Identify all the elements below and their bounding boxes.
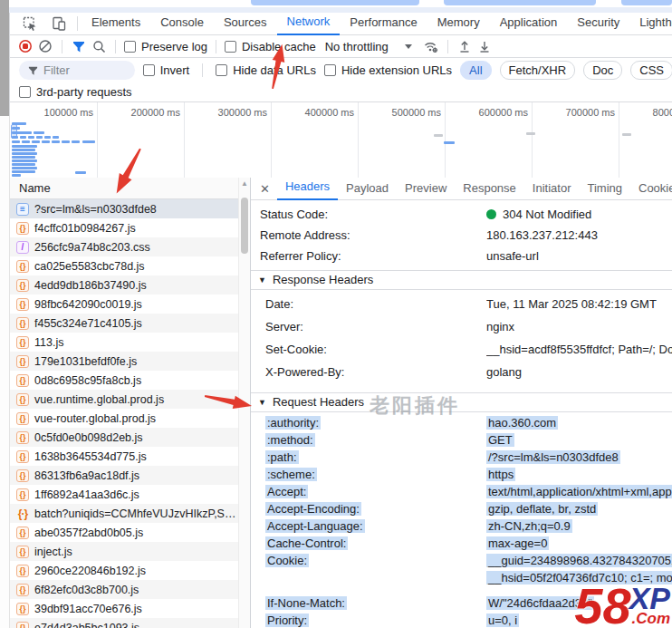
checkbox-box[interactable]: [225, 41, 236, 53]
request-name: vue.runtime.global.prod.js: [34, 393, 164, 406]
request-row[interactable]: ca025e5583cbc78d.js: [9, 256, 238, 275]
request-row[interactable]: inject.js: [9, 542, 238, 561]
checkbox-box[interactable]: [216, 64, 227, 76]
request-list-name-header[interactable]: Name: [9, 178, 238, 199]
network-conditions-icon[interactable]: [423, 38, 439, 54]
hide-extension-urls-checkbox[interactable]: Hide extension URLs: [324, 63, 452, 77]
devtools-tab[interactable]: Security: [567, 12, 629, 34]
request-row[interactable]: 86313fb6a9ac18df.js: [9, 466, 238, 485]
divider: [62, 40, 62, 53]
divider: [447, 40, 448, 53]
close-icon[interactable]: ✕: [260, 182, 270, 196]
third-party-checkbox[interactable]: 3rd-party requests: [19, 85, 132, 99]
checkbox-box[interactable]: [19, 86, 31, 98]
header-key-text: Priority:: [265, 614, 309, 627]
record-network-log-icon[interactable]: [17, 38, 34, 54]
request-row[interactable]: 6f82efc0d3c8b700.js: [9, 580, 238, 599]
devtools-tab[interactable]: Application: [490, 12, 568, 34]
request-row[interactable]: e7d4d3ab5bc1093.js: [9, 618, 238, 628]
request-headers-section-header[interactable]: ▼ Request Headers: [251, 392, 672, 412]
detail-tab[interactable]: Headers: [277, 178, 338, 200]
request-row[interactable]: 4edd9db186b37490.js: [9, 275, 238, 295]
network-overview-timeline[interactable]: 100000 ms200000 ms300000 ms400000 ms5000…: [10, 102, 672, 179]
devtools-tab[interactable]: Lighthouse: [629, 12, 672, 34]
header-value-text: gzip, deflate, br, zstd: [486, 502, 598, 516]
request-row[interactable]: 1ff6892a41aa3d6c.js: [9, 485, 238, 504]
request-row[interactable]: abe0357f2abd0b05.js: [9, 523, 238, 542]
request-type-filter-pill[interactable]: Doc: [583, 61, 622, 80]
timeline-gridline: [445, 102, 446, 179]
invert-label: Invert: [160, 63, 190, 77]
request-row[interactable]: vue.runtime.global.prod.js: [9, 390, 238, 409]
header-key-text: Accept-Encoding:: [265, 502, 361, 516]
detail-tab[interactable]: Payload: [338, 178, 397, 199]
inspect-element-icon[interactable]: [22, 15, 38, 32]
request-row[interactable]: 179e1031befdf0fe.js: [9, 352, 238, 371]
devtools-tab[interactable]: Console: [150, 12, 214, 34]
file-type-icon: [16, 488, 29, 501]
request-name: e7d4d3ab5bc1093.js: [34, 622, 139, 628]
overview-request-bar: [72, 140, 80, 143]
export-har-icon[interactable]: [476, 38, 493, 54]
clear-network-log-icon[interactable]: [37, 38, 53, 54]
request-type-filter-pill[interactable]: All: [460, 61, 491, 80]
file-type-icon: [16, 450, 29, 463]
request-row[interactable]: f455c324e71c4105.js: [9, 314, 238, 333]
disable-cache-checkbox[interactable]: Disable cache: [225, 40, 316, 53]
header-value-text: text/html,application/xhtml+xml,app: [486, 485, 672, 498]
request-row[interactable]: 39dbf91acc70e676.js: [9, 599, 238, 618]
request-row[interactable]: 113.js: [9, 333, 238, 352]
detail-tab[interactable]: Timing: [579, 178, 630, 199]
devtools-tab[interactable]: Memory: [427, 12, 490, 34]
request-list-scrollbar[interactable]: ▲: [238, 178, 250, 628]
overview-request-bar: [28, 136, 34, 139]
file-type-icon: [16, 622, 29, 628]
devtools-tab[interactable]: Network: [277, 12, 341, 35]
import-har-icon[interactable]: [456, 38, 473, 54]
scrollbar-up-icon[interactable]: ▲: [239, 178, 250, 189]
timeline-tick-label: 600000 ms: [446, 106, 528, 119]
detail-tab[interactable]: Initiator: [524, 178, 580, 199]
detail-tab[interactable]: Preview: [397, 178, 455, 199]
overview-request-bar: [12, 163, 35, 166]
device-toolbar-icon[interactable]: [51, 15, 67, 32]
checkbox-box[interactable]: [324, 64, 336, 76]
scrollbar-thumb[interactable]: [241, 198, 248, 254]
request-row[interactable]: vue-router.global.prod.js: [9, 409, 238, 428]
request-row[interactable]: 0d8c6958c95fa8cb.js: [9, 371, 238, 390]
overview-request-bar: [444, 141, 455, 144]
response-header-row: Set-Cookie: __hsid=acdf8f5535ffdfcf; Pat…: [251, 338, 672, 361]
request-row[interactable]: 2960ce220846b192.js: [9, 561, 238, 580]
detail-tab[interactable]: Cookies: [630, 178, 672, 199]
detail-tab[interactable]: Response: [455, 178, 524, 199]
overview-request-bar: [12, 140, 20, 143]
throttling-dropdown[interactable]: No throttling: [325, 40, 412, 53]
filter-input[interactable]: Filter: [19, 61, 135, 80]
header-key: If-None-Match:: [265, 594, 486, 612]
response-headers-section-header[interactable]: ▼ Response Headers: [251, 270, 672, 290]
file-type-icon: [16, 279, 29, 292]
hide-data-urls-checkbox[interactable]: Hide data URLs: [216, 63, 316, 77]
request-row[interactable]: 1638b3645534d775.js: [9, 447, 238, 466]
request-type-filter-pill[interactable]: Fetch/XHR: [500, 61, 576, 80]
preserve-log-checkbox[interactable]: Preserve log: [124, 40, 207, 53]
divider: [216, 40, 216, 53]
request-row[interactable]: batch?uniqids=CCMhfeVUJzvHIkzP,S…: [9, 504, 238, 523]
request-row[interactable]: 256cfc9a74b8c203.css: [9, 237, 238, 256]
request-row[interactable]: 0c5fd0e0b098d2eb.js: [9, 428, 238, 447]
devtools-tab[interactable]: Sources: [214, 12, 277, 34]
request-row[interactable]: ?src=lm&ls=n0303dfde8: [9, 199, 238, 218]
overview-request-bar: [12, 152, 37, 155]
devtools-tab[interactable]: Performance: [340, 12, 427, 34]
checkbox-box[interactable]: [124, 41, 136, 53]
header-key: Referrer Policy:: [260, 246, 486, 266]
checkbox-box[interactable]: [143, 64, 155, 76]
devtools-tab[interactable]: Elements: [82, 12, 150, 34]
file-type-icon: [16, 241, 29, 254]
request-row[interactable]: 98fbc642090c0019.js: [9, 295, 238, 314]
request-type-filter-pill[interactable]: CSS: [630, 61, 672, 80]
search-icon[interactable]: [91, 38, 107, 54]
request-row[interactable]: f4cffc01b0984267.js: [9, 218, 238, 237]
filter-icon[interactable]: [71, 38, 87, 54]
invert-checkbox[interactable]: Invert: [143, 63, 190, 77]
